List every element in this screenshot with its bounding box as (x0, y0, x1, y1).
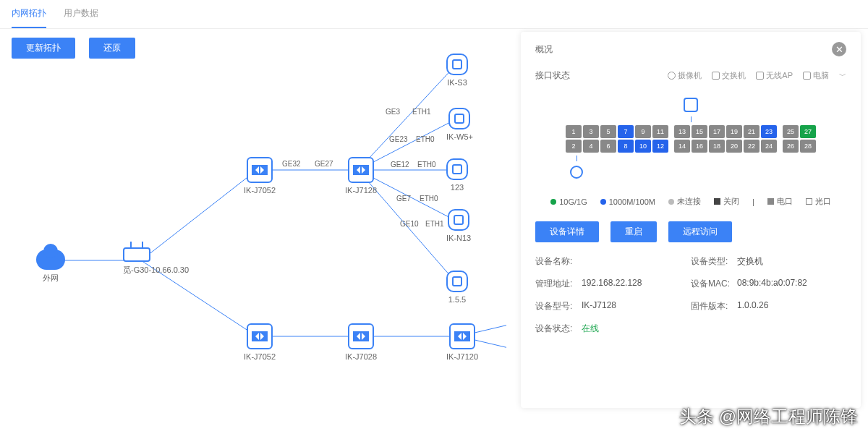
svg-text:ETH0: ETH0 (420, 195, 438, 203)
port-21[interactable]: 21 (744, 125, 760, 138)
svg-text:ETH0: ETH0 (417, 161, 436, 169)
port-2[interactable]: 2 (566, 140, 582, 153)
switch-icon (247, 157, 273, 183)
port-10[interactable]: 10 (635, 140, 651, 153)
watermark: 头条 @网络工程师陈锋 (679, 405, 858, 428)
port-3[interactable]: 3 (583, 125, 599, 138)
device-filter-group: 摄像机 交换机 无线AP 电脑 ﹀ (668, 70, 846, 81)
port-15[interactable]: 15 (692, 125, 707, 138)
topology-links: GE32GE27 GE3ETH1 GE23ETH0 GE12ETH0 GE7ET… (0, 58, 506, 420)
svg-text:GE10: GE10 (400, 220, 419, 228)
svg-text:GE32: GE32 (282, 160, 301, 168)
port-7[interactable]: 7 (618, 125, 634, 138)
restore-button[interactable]: 还原 (89, 38, 135, 59)
reboot-button[interactable]: 重启 (610, 221, 657, 242)
panel-title: 概况 (535, 43, 553, 56)
tabs-bar: 内网拓扑 用户数据 (0, 0, 868, 29)
ap-icon (756, 72, 764, 80)
node-wan[interactable]: 外网 (36, 250, 65, 284)
svg-text:GE3: GE3 (386, 108, 400, 116)
port-17[interactable]: 17 (709, 125, 725, 138)
chevron-down-icon[interactable]: ﹀ (839, 71, 846, 81)
node-switch-2[interactable]: IK-J7128 (345, 157, 377, 195)
device-detail-button[interactable]: 设备详情 (535, 221, 599, 242)
svg-text:GE23: GE23 (389, 135, 408, 143)
port-14[interactable]: 14 (674, 140, 690, 153)
port-5[interactable]: 5 (600, 125, 616, 138)
port-diagram: 13579111315171921232527 2468101214161820… (535, 98, 846, 179)
node-dev-4[interactable]: IK-N13 (446, 209, 471, 242)
switch-icon (348, 157, 374, 183)
device-icon (446, 158, 468, 180)
camera-icon (668, 72, 676, 80)
tab-topology[interactable]: 内网拓扑 (12, 0, 46, 28)
device-info: 设备名称: 设备类型:交换机 管理地址:192.168.22.128 设备MAC… (535, 255, 846, 335)
svg-text:GE7: GE7 (396, 195, 411, 203)
node-switch-4[interactable]: IK-J7028 (345, 323, 377, 361)
svg-line-5 (358, 65, 456, 170)
filter-pc[interactable]: 电脑 (803, 70, 829, 81)
port-19[interactable]: 19 (726, 125, 742, 138)
switch-icon (247, 323, 273, 349)
refresh-topology-button[interactable]: 更新拓扑 (12, 38, 75, 59)
node-dev-5[interactable]: 1.5.5 (446, 271, 468, 304)
device-icon (446, 271, 468, 292)
topology-canvas[interactable]: GE32GE27 GE3ETH1 GE23ETH0 GE12ETH0 GE7ET… (0, 58, 506, 420)
port-12[interactable]: 12 (652, 140, 668, 153)
device-icon (448, 209, 469, 231)
uplink-port-icon[interactable] (684, 98, 698, 112)
port-13[interactable]: 13 (674, 125, 690, 138)
port-28[interactable]: 28 (800, 140, 816, 153)
port-8[interactable]: 8 (618, 140, 634, 153)
port-6[interactable]: 6 (600, 140, 616, 153)
port-18[interactable]: 18 (709, 140, 725, 153)
svg-text:GE27: GE27 (315, 160, 333, 168)
filter-switch[interactable]: 交换机 (712, 70, 746, 81)
svg-text:GE12: GE12 (391, 161, 409, 169)
svg-text:ETH1: ETH1 (412, 108, 431, 116)
port-20[interactable]: 20 (726, 140, 742, 153)
node-dev-3[interactable]: 123 (446, 158, 468, 192)
switch-mini-icon (712, 72, 720, 80)
node-dev-2[interactable]: IK-W5+ (446, 108, 473, 141)
port-23[interactable]: 23 (761, 125, 777, 138)
node-switch-1[interactable]: IK-J7052 (244, 157, 276, 195)
port-27[interactable]: 27 (800, 125, 816, 138)
device-icon (446, 54, 468, 75)
router-icon (123, 247, 150, 262)
filter-ap[interactable]: 无线AP (756, 70, 793, 81)
node-switch-5[interactable]: IK-J7120 (446, 323, 478, 361)
interface-status-title: 接口状态 (535, 69, 570, 82)
remote-access-button[interactable]: 远程访问 (668, 221, 732, 242)
svg-text:ETH0: ETH0 (416, 135, 435, 143)
node-gateway[interactable]: 觅-G30-10.66.0.30 (123, 247, 189, 276)
tab-userdata[interactable]: 用户数据 (64, 0, 98, 28)
port-9[interactable]: 9 (635, 125, 651, 138)
pc-icon (803, 72, 811, 80)
close-icon[interactable]: ✕ (832, 42, 846, 56)
downlink-device-icon[interactable] (570, 166, 583, 179)
switch-icon (348, 323, 374, 349)
port-legend: 10G/1G 1000M/100M 未连接 关闭 | 电口 光口 (535, 196, 846, 207)
port-26[interactable]: 26 (783, 140, 799, 153)
device-icon (448, 108, 470, 129)
filter-camera[interactable]: 摄像机 (668, 70, 702, 81)
port-1[interactable]: 1 (566, 125, 582, 138)
switch-icon (449, 323, 475, 349)
port-24[interactable]: 24 (761, 140, 777, 153)
port-25[interactable]: 25 (783, 125, 799, 138)
cloud-icon (36, 250, 65, 270)
port-4[interactable]: 4 (583, 140, 599, 153)
svg-text:ETH1: ETH1 (425, 220, 444, 228)
node-dev-1[interactable]: IK-S3 (446, 54, 468, 87)
port-16[interactable]: 16 (692, 140, 707, 153)
port-22[interactable]: 22 (744, 140, 760, 153)
detail-panel: 概况 ✕ 接口状态 摄像机 交换机 无线AP 电脑 ﹀ 135791113151… (521, 32, 861, 408)
port-11[interactable]: 11 (652, 125, 668, 138)
node-switch-3[interactable]: IK-J7052 (244, 323, 276, 361)
